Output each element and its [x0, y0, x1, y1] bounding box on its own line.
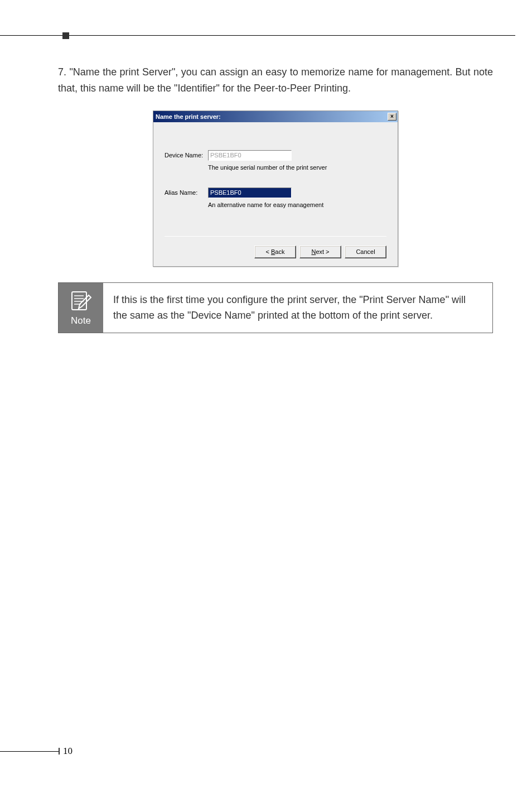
close-button[interactable]: × [388, 113, 396, 121]
dialog-titlebar: Name the print server: × [153, 111, 398, 122]
step-number: 7. [58, 66, 66, 78]
alias-name-hint: An alternative name for easy management [208, 201, 386, 208]
header-line [0, 35, 515, 36]
note-label-cell: Note [59, 283, 103, 333]
next-button[interactable]: Next > [299, 246, 341, 258]
page-footer: 10 [0, 746, 72, 757]
note-icon [67, 287, 94, 314]
dialog-body: Device Name: The unique serial number of… [153, 122, 398, 266]
page-number: 10 [63, 746, 72, 757]
step-text: "Name the print Server", you can assign … [58, 66, 493, 94]
dialog-title: Name the print server: [156, 113, 221, 120]
close-icon: × [390, 113, 394, 119]
footer-line [0, 751, 59, 752]
alias-name-row: Alias Name: [165, 188, 386, 198]
footer-tick [59, 748, 60, 755]
device-name-row: Device Name: [165, 150, 386, 161]
alias-name-label: Alias Name: [165, 189, 208, 196]
name-print-server-dialog: Name the print server: × Device Name: Th… [153, 110, 398, 267]
header-square [62, 32, 69, 39]
page-header-decoration [0, 32, 515, 39]
device-name-label: Device Name: [165, 152, 208, 158]
note-box: Note If this is the first time you confi… [58, 282, 493, 334]
device-name-hint: The unique serial number of the print se… [208, 164, 386, 171]
back-button[interactable]: < Back [254, 246, 296, 258]
note-label: Note [71, 315, 91, 326]
alias-name-input[interactable] [208, 188, 292, 198]
step-instruction: 7. "Name the print Server", you can assi… [58, 64, 493, 97]
cancel-button[interactable]: Cancel [345, 246, 386, 258]
dialog-button-row: < Back Next > Cancel [165, 243, 386, 258]
device-name-input [208, 150, 292, 161]
note-text: If this is the first time you configure … [103, 283, 492, 333]
dialog-separator [165, 236, 386, 237]
